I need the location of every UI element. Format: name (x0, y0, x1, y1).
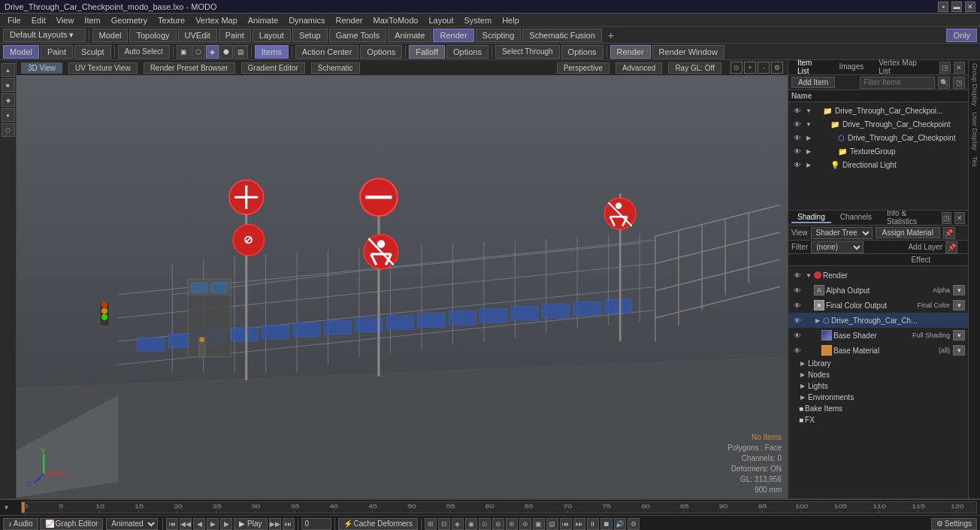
tab-item-list[interactable]: Item List (791, 58, 830, 77)
left-tool-3[interactable]: ◆ (2, 93, 15, 107)
panel-close-btn[interactable]: ✕ (954, 62, 965, 74)
shader-bake[interactable]: ■ Bake Items (788, 403, 968, 414)
tab-paint[interactable]: Paint (219, 29, 251, 42)
vp-tab-3dview[interactable]: 3D View (21, 62, 62, 74)
sh-vis-3[interactable]: 👁 (791, 299, 803, 311)
ctrl-9[interactable]: ▣ (533, 518, 545, 530)
ctrl-3[interactable]: ◈ (452, 518, 464, 530)
tab-layout[interactable]: Layout (253, 29, 291, 42)
paint-button[interactable]: Paint (41, 45, 73, 59)
filter-items-input[interactable] (860, 77, 935, 89)
tab-model[interactable]: Model (92, 29, 129, 42)
falloff-button[interactable]: Falloff (409, 45, 445, 59)
filter-search-btn[interactable]: 🔍 (938, 77, 950, 89)
sh-arrow-1[interactable]: ▼ (805, 271, 812, 279)
ctrl-6[interactable]: ⊚ (492, 518, 504, 530)
tab-scripting[interactable]: Scripting (476, 29, 522, 42)
menu-dynamics[interactable]: Dynamics (284, 15, 329, 26)
tab-schematic[interactable]: Schematic Fusion (522, 29, 601, 42)
sh-vis-6[interactable]: 👁 (791, 344, 803, 356)
sculpt-button[interactable]: Sculpt (74, 45, 111, 59)
render-window-button[interactable]: Render Window (652, 45, 724, 59)
menu-render[interactable]: Render (331, 15, 367, 26)
visibility-icon-2[interactable]: 👁 (791, 118, 803, 130)
close-button[interactable]: ✕ (965, 2, 975, 12)
sh-vis-2[interactable]: 👁 (791, 284, 803, 296)
vp-tab-presets[interactable]: Render Preset Browser (144, 62, 235, 74)
only-button[interactable]: Only (946, 29, 977, 42)
layout-dropdown[interactable]: Default Layouts ▾ (3, 29, 86, 42)
ctrl-4[interactable]: ◉ (465, 518, 477, 530)
add-item-button[interactable]: Add Item (791, 77, 835, 88)
render-button[interactable]: Render (610, 45, 651, 59)
ctrl-10[interactable]: ▤ (546, 518, 558, 530)
tree-item-texture[interactable]: 👁 ▶ 📁 TextureGroup (788, 144, 968, 158)
basematl-dropdown[interactable]: ▾ (953, 345, 965, 356)
shader-base-material[interactable]: 👁 Base Material (all) ▾ (788, 343, 968, 358)
menu-help[interactable]: Help (498, 15, 524, 26)
alpha-dropdown[interactable]: ▾ (953, 285, 965, 295)
sh-arrow-nodes[interactable]: ▶ (799, 371, 806, 379)
expand-arrow-4[interactable]: ▶ (805, 147, 812, 155)
action-center-button[interactable]: Action Center (295, 45, 359, 59)
tree-item-checkpoint[interactable]: 👁 ▼ 📁 Drive_Through_Car_Checkpoint (788, 117, 968, 131)
tab-setup[interactable]: Setup (292, 29, 328, 42)
audio-button[interactable]: ♪ Audio (3, 518, 38, 530)
tab-gametools[interactable]: Game Tools (329, 29, 387, 42)
filter-extra-btn[interactable]: ◳ (953, 77, 965, 89)
prev-key-button[interactable]: ◀◀ (180, 518, 192, 530)
ctrl-13[interactable]: ⏸ (587, 518, 599, 530)
tool-btn-5[interactable]: ▤ (234, 45, 248, 59)
ctrl-14[interactable]: ⏹ (600, 518, 612, 530)
shader-alpha-output[interactable]: 👁 A Alpha Output Alpha ▾ (788, 283, 968, 298)
add-tab-button[interactable]: + (603, 28, 619, 43)
tab-images[interactable]: Images (833, 62, 870, 73)
shader-environments[interactable]: ▶ Environments (788, 392, 968, 403)
vp-tab-schematic[interactable]: Schematic (311, 62, 360, 74)
ctrl-7[interactable]: ⊛ (506, 518, 518, 530)
assign-material-button[interactable]: Assign Material (876, 227, 940, 238)
items-button[interactable]: Items (255, 45, 289, 59)
add-layer-pin-btn[interactable]: 📌 (945, 241, 957, 253)
menu-file[interactable]: File (3, 15, 26, 26)
shader-drive-group[interactable]: 👁 ▶ ⬡ Drive_Through_Car_Ch... (788, 313, 968, 328)
shader-library[interactable]: ▶ Library (788, 358, 968, 369)
vp-perspective[interactable]: Perspective (557, 62, 609, 74)
vp-advanced[interactable]: Advanced (616, 62, 662, 74)
visibility-icon-4[interactable]: 👁 (791, 145, 803, 157)
shader-lights[interactable]: ▶ Lights (788, 380, 968, 392)
sh-arrow-lights[interactable]: ▶ (799, 383, 806, 390)
ctrl-11[interactable]: ⏮ (560, 518, 572, 530)
sh-vis-4[interactable]: 👁 (791, 314, 803, 326)
expand-arrow-5[interactable]: ▶ (805, 161, 812, 168)
ctrl-5[interactable]: ⊙ (479, 518, 491, 530)
shader-base-shader[interactable]: 👁 Base Shader Full Shading ▾ (788, 328, 968, 343)
tool-btn-3[interactable]: ◈ (206, 45, 219, 59)
model-button[interactable]: Model (3, 45, 39, 59)
baseshader-dropdown[interactable]: ▾ (953, 330, 965, 341)
expand-arrow-1[interactable]: ▼ (805, 107, 812, 114)
vp-fit-button[interactable]: ⊙ (730, 62, 743, 74)
step-back-button[interactable]: ◀ (193, 518, 205, 530)
tab-topology[interactable]: Topology (129, 29, 176, 42)
menu-view[interactable]: View (52, 15, 79, 26)
sh-arrow-4[interactable]: ▶ (814, 316, 821, 324)
tool-btn-1[interactable]: ▣ (177, 45, 191, 59)
left-tool-4[interactable]: ● (2, 108, 15, 122)
left-tool-5[interactable]: ⬡ (2, 123, 15, 137)
menu-geometry[interactable]: Geometry (107, 15, 152, 26)
tool-btn-4[interactable]: ⬣ (219, 45, 233, 59)
tab-vertex-map[interactable]: Vertex Map List (873, 58, 933, 77)
menu-texture[interactable]: Texture (153, 15, 189, 26)
menu-animate[interactable]: Animate (243, 15, 283, 26)
maximize-button[interactable]: ▬ (951, 2, 962, 12)
vp-zoom-out[interactable]: - (758, 62, 770, 74)
shader-render[interactable]: 👁 ▼ Render (788, 268, 968, 283)
finalcolor-dropdown[interactable]: ▾ (953, 300, 965, 310)
ctrl-16[interactable]: ⚙ (628, 518, 640, 530)
options-btn3[interactable]: Options (561, 45, 603, 59)
viewport[interactable]: 3D View UV Texture View Render Preset Br… (17, 60, 788, 498)
menu-system[interactable]: System (459, 15, 496, 26)
settings-button[interactable]: ⚙ Settings (931, 518, 977, 530)
menu-maxtomodo[interactable]: MaxToModo (369, 15, 423, 26)
